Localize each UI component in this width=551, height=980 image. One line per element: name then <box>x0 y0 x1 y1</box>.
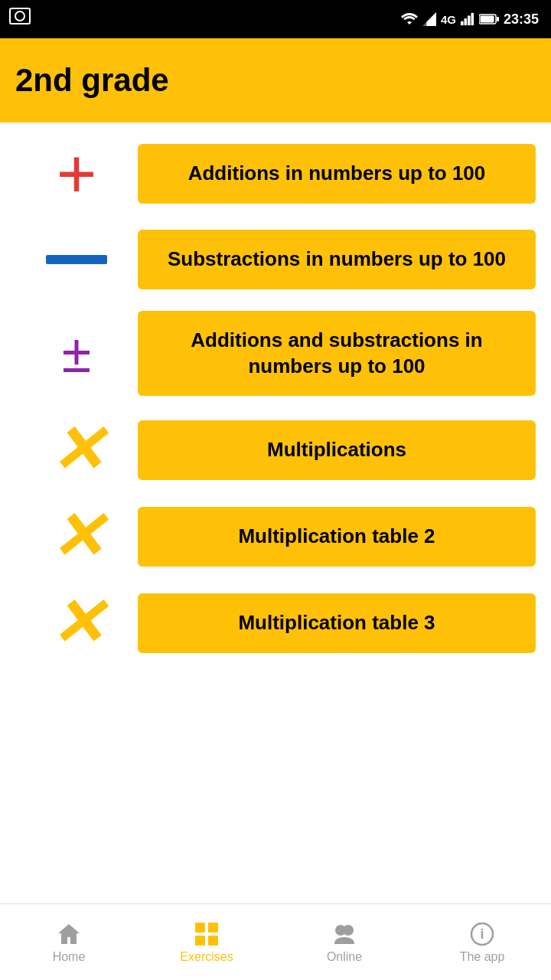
svg-rect-10 <box>208 923 218 933</box>
menu-item-multiplications: ✕ Multiplications <box>0 408 551 492</box>
x-gold-icon-1: ✕ <box>15 417 138 482</box>
svg-rect-9 <box>195 923 205 933</box>
mult-table-2-button[interactable]: Multiplication table 2 <box>138 507 536 567</box>
svg-rect-5 <box>471 13 474 25</box>
svg-rect-12 <box>208 936 218 946</box>
nav-item-exercises[interactable]: Exercises <box>138 904 276 980</box>
wifi-icon <box>401 12 418 26</box>
signal-bars-icon <box>461 12 474 26</box>
mult-table-3-button[interactable]: Multiplication table 3 <box>138 593 536 653</box>
svg-rect-3 <box>464 18 467 25</box>
status-bar: 4G 23:35 <box>0 0 551 38</box>
minus-blue-icon <box>15 255 138 264</box>
home-icon <box>56 921 82 947</box>
svg-point-14 <box>343 925 354 936</box>
subtractions-100-button[interactable]: Substractions in numbers up to 100 <box>138 230 536 289</box>
nav-item-online[interactable]: Online <box>276 904 413 980</box>
svg-text:i: i <box>480 926 484 942</box>
bottom-navigation: Home Exercises Online i The app <box>0 903 551 980</box>
menu-item-mult-table-3: ✕ Multiplication table 3 <box>0 581 551 665</box>
battery-icon <box>479 14 499 24</box>
time-display: 23:35 <box>504 11 539 28</box>
menu-item-subtractions-100: Substractions in numbers up to 100 <box>0 220 551 299</box>
menu-item-additions-100: + Additions in numbers up to 100 <box>0 130 551 217</box>
additions-100-label: Additions in numbers up to 100 <box>188 161 486 187</box>
addsubtractions-100-label: Additions and substractions in numbers u… <box>150 328 523 380</box>
online-icon <box>331 921 357 947</box>
nav-label-online: Online <box>327 950 362 964</box>
mult-table-2-label: Multiplication table 2 <box>238 524 435 550</box>
nav-label-home: Home <box>53 950 86 964</box>
signal-icon <box>422 12 436 26</box>
svg-rect-2 <box>461 21 464 25</box>
svg-rect-7 <box>480 16 494 23</box>
theapp-icon: i <box>469 921 495 947</box>
nav-item-home[interactable]: Home <box>0 904 138 980</box>
svg-rect-11 <box>195 936 205 946</box>
exercises-icon <box>194 921 220 947</box>
nav-label-theapp: The app <box>460 950 505 964</box>
x-gold-icon-3: ✕ <box>15 590 138 655</box>
multiplications-label: Multiplications <box>267 437 406 463</box>
nav-label-exercises: Exercises <box>180 950 233 964</box>
page-title: 2nd grade <box>15 62 169 99</box>
menu-item-addsubtractions-100: ± Additions and substractions in numbers… <box>0 302 551 406</box>
content-area: + Additions in numbers up to 100 Substra… <box>0 122 551 903</box>
menu-item-mult-table-2: ✕ Multiplication table 2 <box>0 495 551 578</box>
additions-100-button[interactable]: Additions in numbers up to 100 <box>138 144 536 204</box>
multiplications-button[interactable]: Multiplications <box>138 420 536 480</box>
addsubtractions-100-button[interactable]: Additions and substractions in numbers u… <box>138 311 536 397</box>
svg-rect-4 <box>468 16 471 26</box>
network-label: 4G <box>441 13 456 26</box>
plusminus-purple-icon: ± <box>15 327 138 381</box>
subtractions-100-label: Substractions in numbers up to 100 <box>168 247 506 273</box>
nav-item-theapp[interactable]: i The app <box>413 904 551 980</box>
mult-table-3-label: Multiplication table 3 <box>238 610 435 636</box>
header: 2nd grade <box>0 38 551 122</box>
plus-red-icon: + <box>15 139 138 208</box>
status-bar-photo-icon <box>9 8 31 24</box>
svg-rect-8 <box>497 17 499 21</box>
x-gold-icon-2: ✕ <box>15 504 138 569</box>
